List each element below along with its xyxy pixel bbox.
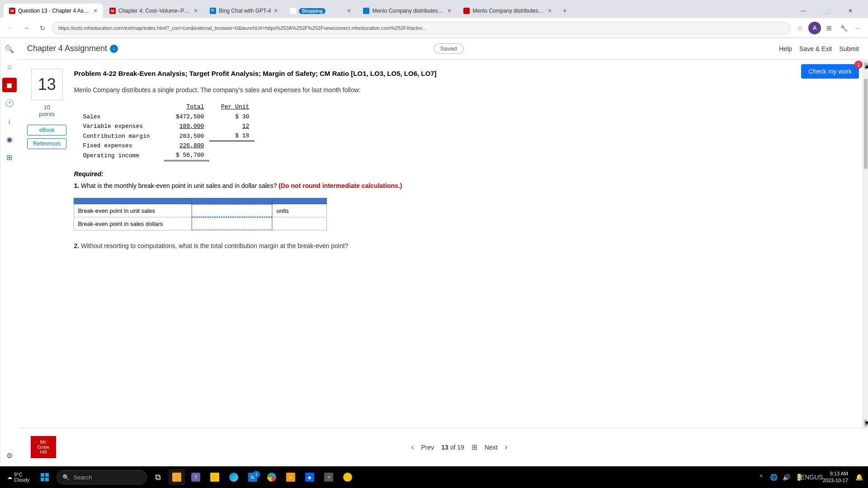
close-button[interactable]: ✕ — [840, 4, 861, 18]
next-arrow-icon[interactable]: › — [505, 442, 508, 452]
notification-icon[interactable]: 🔔 — [854, 472, 864, 483]
question-number-box: 13 — [31, 69, 63, 100]
taskbar-calculator-icon[interactable]: = — [321, 469, 337, 485]
problem-description: Menlo Company distributes a single produ… — [74, 85, 854, 95]
tab-close-1[interactable]: ✕ — [93, 8, 98, 14]
weather-temp: 9°C — [14, 472, 29, 477]
of-text: of — [450, 444, 458, 451]
browser-extensions-icon[interactable]: 🔧 — [837, 22, 850, 34]
tab-label-1: Question 13 - Chapter 4 Assi... — [18, 8, 90, 14]
tray-expand-icon[interactable]: ^ — [756, 472, 767, 483]
tray-network-icon[interactable]: 🌐 — [769, 472, 779, 483]
help-link[interactable]: Help — [779, 45, 792, 52]
svg-rect-0 — [41, 473, 44, 477]
tab-close-5[interactable]: ✕ — [447, 8, 452, 14]
tab-chapter4[interactable]: M Chapter 4: Cost–Volume–Profi... ✕ — [104, 4, 203, 18]
profile-icon[interactable]: A — [808, 22, 821, 34]
more-options-icon[interactable]: ··· — [852, 22, 864, 34]
taskbar-store-icon[interactable]: W 1 — [245, 469, 261, 485]
store-notification-badge: 1 — [253, 471, 260, 478]
taskbar-explorer-icon[interactable] — [169, 469, 185, 485]
tab-close-4[interactable]: ✕ — [347, 8, 351, 14]
current-page: 13 — [441, 444, 448, 451]
tab-question13[interactable]: M Question 13 - Chapter 4 Assi... ✕ — [4, 4, 103, 18]
taskbar-amazon-icon[interactable]: a — [283, 469, 299, 485]
save-exit-link[interactable]: Save & Exit — [799, 45, 832, 52]
ebook-button[interactable]: eBook — [27, 125, 66, 136]
favorites-icon[interactable]: ☆ — [794, 22, 807, 34]
grid-view-icon[interactable]: ⊞ — [472, 443, 477, 451]
taskbar-tray: ^ 🌐 🔊 🔋 ENG US 9:13 AM 2023-10-17 🔔 — [756, 470, 864, 484]
address-bar: ← → ↻ https://ezto.mheducation.com/ext/m… — [0, 18, 868, 38]
taskbar-dropbox-icon[interactable]: ◆ — [302, 469, 318, 485]
check-my-work-wrapper: Check my work 1 — [801, 64, 859, 79]
minimize-button[interactable]: — — [793, 4, 814, 18]
refresh-button[interactable]: ↻ — [36, 22, 49, 34]
total-pages: 19 — [457, 444, 464, 451]
forward-button[interactable]: → — [20, 22, 33, 34]
check-my-work-button[interactable]: Check my work 1 — [801, 64, 859, 79]
info-icon[interactable]: i — [110, 45, 118, 53]
taskbar-search[interactable]: 🔍 Search — [57, 470, 147, 484]
taskbar-files-icon[interactable] — [207, 469, 223, 485]
sidebar-apps-icon[interactable]: ◉ — [2, 132, 17, 146]
weather-icon: ☁ — [7, 474, 12, 480]
sidebar-buttons: eBook References — [27, 125, 66, 149]
svg-rect-3 — [45, 478, 49, 481]
tab-menlo1[interactable]: Menlo Company distributes a... ✕ — [358, 4, 457, 18]
page-indicator: 13 of 19 — [441, 444, 464, 451]
tab-favicon-6 — [463, 8, 470, 14]
taskbar-edge-icon[interactable] — [226, 469, 242, 485]
tab-close-6[interactable]: ✕ — [547, 8, 552, 14]
problem-content: Problem 4-22 Break-Even Analysis; Target… — [74, 69, 854, 418]
scroll-thumb[interactable] — [864, 79, 868, 169]
tab-close-3[interactable]: ✕ — [274, 8, 278, 14]
sidebar-office-icon[interactable]: ⊞ — [2, 150, 17, 164]
collections-icon[interactable]: ⊞ — [823, 22, 835, 34]
scroll-down-arrow[interactable]: ▼ — [864, 419, 868, 427]
next-link[interactable]: Next — [485, 444, 498, 451]
datetime-display[interactable]: 9:13 AM 2023-10-17 — [819, 470, 852, 484]
problem-title: Problem 4-22 Break-Even Analysis; Target… — [74, 69, 854, 78]
tab-menlo2[interactable]: Menlo Company distributes a... ✕ — [458, 4, 557, 18]
break-even-dollars-input-cell — [192, 217, 273, 230]
sidebar-history-icon[interactable]: 🕐 — [2, 96, 17, 110]
maximize-button[interactable]: ⬜ — [816, 4, 837, 18]
label-variable: Variable expenses — [74, 122, 164, 131]
prev-link[interactable]: Prev — [421, 444, 434, 451]
sidebar-downloads-icon[interactable]: ↓ — [2, 114, 17, 128]
sidebar-search-icon[interactable]: 🔍 — [2, 42, 17, 56]
taskbar: ☁ 9°C Cloudy 🔍 Search ⧉ T — [0, 466, 868, 488]
back-button[interactable]: ← — [4, 22, 16, 34]
tab-bing[interactable]: 🔍 Bing Chat with GPT-4 ✕ — [204, 4, 283, 18]
break-even-dollars-unit — [273, 217, 327, 230]
break-even-units-input[interactable] — [192, 204, 272, 217]
taskbar-teams-icon[interactable]: T — [188, 469, 204, 485]
submit-button[interactable]: Submit — [839, 45, 859, 52]
tray-volume-icon[interactable]: 🔊 — [781, 472, 792, 483]
answer-col3-header — [273, 198, 327, 204]
tray-locale-icon[interactable]: ENG US — [807, 472, 817, 483]
scrollbar[interactable]: ▲ ▼ — [863, 60, 868, 427]
break-even-dollars-input[interactable] — [192, 217, 272, 230]
new-tab-button[interactable]: + — [558, 5, 571, 17]
url-bar[interactable]: https://ezto.mheducation.com/ext/map/ind… — [52, 22, 790, 34]
sidebar-settings-icon[interactable]: ⚙ — [2, 448, 17, 463]
tab-close-2[interactable]: ✕ — [193, 8, 198, 14]
references-button[interactable]: References — [27, 138, 66, 149]
taskbar-chrome-icon[interactable] — [264, 469, 280, 485]
scroll-up-arrow[interactable]: ▲ — [864, 62, 868, 70]
task-view-button[interactable]: ⧉ — [150, 469, 166, 485]
taskbar-norton-icon[interactable] — [340, 469, 356, 485]
teams-icon-img: T — [191, 473, 200, 482]
tab-shopping[interactable]: Shopping ✕ — [284, 4, 357, 18]
sidebar-favorites-icon[interactable]: ☆ — [2, 60, 17, 74]
weather-info: 9°C Cloudy — [14, 472, 29, 483]
prev-arrow-icon[interactable]: ‹ — [411, 442, 414, 452]
start-button[interactable] — [36, 469, 54, 485]
date-display: 2023-10-17 — [823, 477, 848, 484]
tab-favicon-1: M — [9, 8, 15, 14]
sidebar-collections-icon[interactable]: ◼ — [2, 78, 17, 92]
url-text: https://ezto.mheducation.com/ext/map/ind… — [58, 25, 426, 31]
svg-rect-2 — [41, 478, 44, 481]
